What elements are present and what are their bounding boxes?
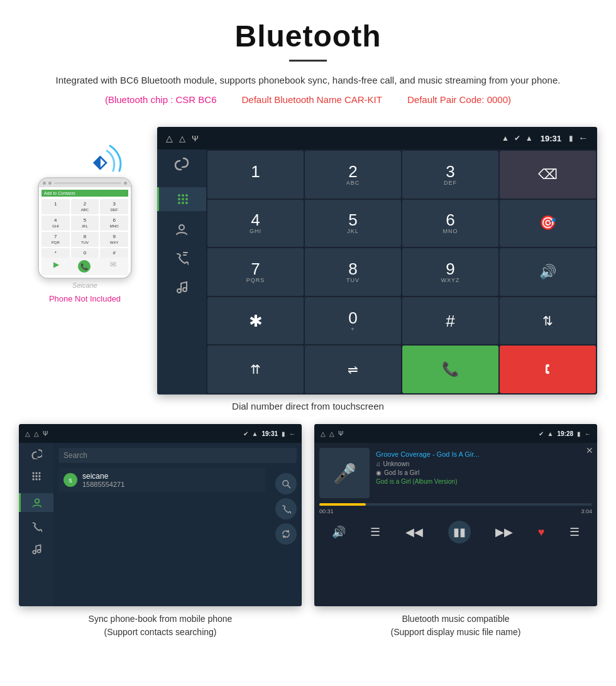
dial-key-backspace[interactable]: ⌫ [500,151,596,199]
svg-point-16 [32,475,34,477]
pb-sidebar [19,443,53,606]
music-play-pause-btn[interactable]: ▮▮ [448,521,471,543]
phone-dot-3 [124,182,127,185]
dial-key-5[interactable]: 5 JKL [305,200,401,248]
phone-section: ⬖ Add to Contacts 1 2ABC 3DEF 4GHI 5JKL … [19,127,151,303]
svg-point-4 [178,198,180,200]
svg-point-14 [35,472,37,474]
music-total-time: 3:04 [581,508,592,514]
pb-time: 19:31 [261,430,278,437]
car-screen-dialer: △ △ Ψ ▲ ✔ ▲ 19:31 ▮ ← [157,127,597,395]
music-warn-icon: △ [329,430,334,437]
pb-dialpad-icon[interactable] [31,471,42,484]
time-display: 19:31 [541,134,561,143]
music-status-left: △ △ Ψ [321,430,343,437]
dial-key-1[interactable]: 1 [207,151,304,199]
pb-search-action-btn[interactable] [275,473,297,494]
music-close-button[interactable]: ✕ [586,445,593,455]
dial-key-volume[interactable]: 🔊 [500,248,596,296]
dial-key-3[interactable]: 3 DEF [402,151,498,199]
pb-body: Search s seicane 15885554271 [19,443,302,606]
car-dialpad-icon[interactable] [157,187,206,211]
title-divider [289,60,327,62]
car-contacts-icon[interactable] [175,222,189,240]
music-wifi-icon: ▲ [547,430,554,437]
status-left-icons: △ △ Ψ [166,133,199,143]
music-item: △ △ Ψ ✔ ▲ 19:28 ▮ ← ✕ 🎤 Groove Coverag [314,424,597,639]
music-controls: 🔊 ☰ ◀◀ ▮▮ ▶▶ ♥ ☰ [319,518,592,546]
phone-screen: Add to Contacts 1 2ABC 3DEF 4GHI 5JKL 6M… [39,187,131,278]
pb-bt-icon: ✔ [243,430,248,437]
watermark: Seicane [72,281,97,289]
bt-signal-icon: ⬖ [88,139,126,179]
pb-wifi-icon: ▲ [252,430,258,437]
svg-point-10 [179,225,184,230]
music-home-icon: △ [321,430,326,437]
phone-key-8: 8TUV [71,232,99,247]
music-next-btn[interactable]: ▶▶ [495,525,513,539]
car-status-bar: △ △ Ψ ▲ ✔ ▲ 19:31 ▮ ← [157,127,597,150]
music-status-bar: △ △ Ψ ✔ ▲ 19:28 ▮ ← [314,424,597,443]
dial-key-7[interactable]: 7 PQRS [207,248,304,296]
pb-search-placeholder: Search [63,451,87,460]
dial-key-2[interactable]: 2 ABC [305,151,401,199]
pb-sync-action-btn[interactable] [275,523,297,545]
dial-key-swap[interactable]: ⇅ [500,297,596,345]
car-recent-calls-icon[interactable] [175,251,189,269]
phone-dot-2 [48,182,52,185]
phone-key-7: 7PQR [41,232,70,247]
music-artist: ♫ Unknown [376,460,592,467]
music-playlist: God is a Girl (Album Version) [376,478,592,485]
car-link-icon[interactable] [173,156,190,176]
music-prev-btn[interactable]: ◀◀ [405,525,423,539]
phone-key-0: 0 [71,248,99,258]
dial-key-0[interactable]: 0 + [305,297,401,345]
dial-key-8[interactable]: 8 TUV [305,248,401,296]
pb-contact-name: seicane [82,472,124,481]
svg-point-18 [38,475,40,477]
pb-search-bar[interactable]: Search [58,448,297,463]
phone-not-included-label: Phone Not Included [49,294,121,303]
music-back-icon: ← [585,430,591,437]
chip-label-1: (Bluetooth chip : CSR BC6 [105,94,217,105]
music-eq-btn[interactable]: ☰ [370,525,380,539]
dial-key-merge[interactable]: ⇈ [207,346,304,393]
phone-key-2: 2ABC [71,199,99,214]
dial-key-hash[interactable]: # [402,297,498,345]
music-volume-btn[interactable]: 🔊 [332,525,346,539]
pb-contacts-icon-active[interactable] [19,493,53,512]
car-music-icon[interactable] [175,280,189,298]
phone-call-button[interactable]: 📞 [78,260,91,273]
wifi-icon: ▲ [525,134,533,143]
music-progress-bar[interactable] [319,503,592,506]
dial-key-star[interactable]: ✱ [207,297,304,345]
pb-contact-avatar: s [63,473,77,487]
dial-key-call-green[interactable]: 📞 [402,346,498,393]
pb-contact-entry[interactable]: s seicane 15885554271 [58,468,265,492]
pb-warn-icon: △ [34,430,39,437]
dial-key-dtmf[interactable]: ⇌ [305,346,401,393]
pb-music-icon[interactable] [31,543,42,557]
dial-key-mute[interactable]: 🎯 [500,200,596,248]
svg-point-19 [32,478,34,480]
usb-icon: Ψ [192,134,199,143]
phone-key-9: 9WXY [100,232,128,247]
pb-call-action-btn[interactable] [275,498,297,520]
home-icon: △ [166,133,173,143]
dial-key-call-end[interactable]: 🕻 [500,346,596,393]
music-album: ◉ God Is a Girl [376,469,592,476]
pb-calls-icon[interactable] [31,521,42,535]
back-icon: ← [578,133,588,144]
music-playlist-btn[interactable]: ☰ [569,525,580,539]
dial-key-6[interactable]: 6 MNO [402,200,498,248]
dial-key-4[interactable]: 4 GHI [207,200,304,248]
chip-info-bar: (Bluetooth chip : CSR BC6 Default Blueto… [38,94,578,105]
music-heart-btn[interactable]: ♥ [538,526,545,539]
phone-contact-bar: Add to Contacts [41,190,128,197]
music-time: 19:28 [557,430,573,437]
pb-link-icon[interactable] [31,448,42,462]
music-status-right: ✔ ▲ 19:28 ▮ ← [539,430,591,437]
svg-text:⬖: ⬖ [92,152,107,172]
dial-key-9[interactable]: 9 WXYZ [402,248,498,296]
phone-key-4: 4GHI [41,215,70,231]
